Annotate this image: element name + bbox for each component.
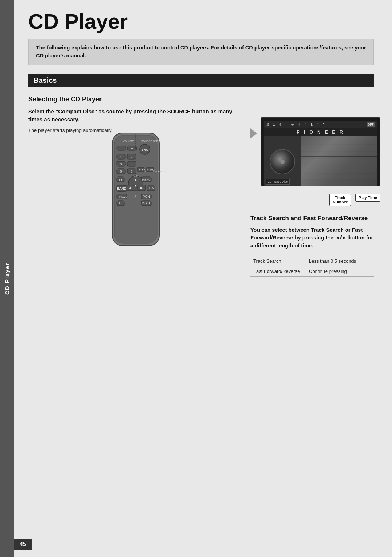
top-section: Selecting the CD Player Select the "Comp… bbox=[28, 96, 374, 277]
table-cell-value: Continue pressing bbox=[306, 266, 374, 276]
svg-text:TY: TY bbox=[119, 178, 123, 181]
shelf-lines bbox=[301, 136, 377, 186]
svg-text:+: + bbox=[131, 146, 133, 150]
track-number-label: Track Number bbox=[329, 194, 351, 206]
svg-text:▲: ▲ bbox=[134, 178, 138, 182]
off-badge: OFF bbox=[367, 122, 375, 127]
page-number: 45 bbox=[14, 539, 32, 550]
right-column: ♫ 1 4 ⊕ 4 ' 1 4 " OFF P I O N E E R bbox=[250, 96, 374, 277]
cd-disc bbox=[270, 149, 295, 174]
svg-text:MENU: MENU bbox=[142, 178, 151, 181]
svg-text:SOURCE OFF: SOURCE OFF bbox=[141, 140, 158, 142]
cd-display: ♫ 1 4 ⊕ 4 ' 1 4 " OFF P I O N E E R bbox=[261, 117, 380, 186]
remote-control-image: VOLUME SOURCE OFF SRC - + bbox=[101, 129, 170, 254]
cd-source-label: Compact Disc bbox=[266, 179, 290, 185]
table-cell-label: Track Search bbox=[250, 256, 306, 266]
play-time-label: Play Time bbox=[355, 194, 380, 202]
svg-text:▼: ▼ bbox=[134, 183, 138, 187]
table-row: Track Search Less than 0.5 seconds bbox=[250, 256, 374, 266]
main-content: CD Player The following explains how to … bbox=[14, 0, 392, 557]
section-header: Basics bbox=[28, 74, 374, 87]
svg-text:◄◄: ◄◄ bbox=[138, 168, 144, 171]
track-search-title: Track Search and Fast Forward/Reverse bbox=[250, 215, 374, 222]
intro-text: The following explains how to use this p… bbox=[36, 45, 366, 58]
svg-text:SRC: SRC bbox=[141, 148, 148, 152]
table-cell-label: Fast Forward/Reverse bbox=[250, 266, 306, 276]
remote-area: VOLUME SOURCE OFF SRC - + bbox=[28, 137, 243, 254]
sidebar-tab: CD Player bbox=[0, 0, 14, 557]
track-search-instruction: You can select between Track Search or F… bbox=[250, 226, 374, 250]
cd-display-inner: ♫ 1 4 ⊕ 4 ' 1 4 " OFF P I O N E E R bbox=[264, 121, 377, 183]
svg-text:PGN: PGN bbox=[143, 195, 150, 198]
pioneer-text: P I O N E E R bbox=[297, 129, 344, 135]
svg-text:3: 3 bbox=[120, 162, 122, 166]
svg-text:TA: TA bbox=[119, 201, 123, 205]
pioneer-bar: P I O N E E R bbox=[264, 128, 377, 136]
svg-text:6: 6 bbox=[131, 170, 132, 173]
svg-text:◄: ◄ bbox=[128, 186, 132, 190]
svg-text:▼: ▼ bbox=[134, 195, 137, 198]
svg-text:RTN: RTN bbox=[148, 186, 154, 190]
section-title: Basics bbox=[33, 76, 57, 84]
cd-rack-visual bbox=[301, 136, 377, 186]
svg-text:►: ► bbox=[140, 186, 144, 190]
play-time-callout: Play Time bbox=[355, 189, 380, 206]
table-cell-value: Less than 0.5 seconds bbox=[306, 256, 374, 266]
sidebar-label: CD Player bbox=[4, 262, 10, 295]
svg-text:2: 2 bbox=[131, 155, 132, 159]
track-search-area: Track Search and Fast Forward/Reverse Yo… bbox=[250, 215, 374, 277]
svg-text:5: 5 bbox=[120, 170, 122, 173]
time-display: ♫ 1 4 ⊕ 4 ' 1 4 " bbox=[266, 122, 326, 127]
track-search-table: Track Search Less than 0.5 seconds Fast … bbox=[250, 256, 374, 277]
track-number-callout: Track Number bbox=[329, 189, 351, 206]
selecting-instruction-bold: Select the "Compact Disc" as source by p… bbox=[28, 108, 243, 124]
svg-text:4: 4 bbox=[131, 162, 132, 166]
cd-main-display: Compact Disc bbox=[264, 136, 377, 186]
flow-arrow bbox=[250, 128, 257, 138]
svg-text:V.SEL: V.SEL bbox=[142, 201, 151, 205]
svg-text:-: - bbox=[121, 147, 122, 150]
left-column: Selecting the CD Player Select the "Comp… bbox=[28, 96, 243, 277]
table-row: Fast Forward/Reverse Continue pressing bbox=[250, 266, 374, 276]
intro-box: The following explains how to use this p… bbox=[28, 39, 374, 65]
svg-text:D.P: D.P bbox=[133, 174, 138, 177]
cd-top-bar: ♫ 1 4 ⊕ 4 ' 1 4 " OFF bbox=[264, 121, 377, 128]
svg-text:►► P.CH: ►► P.CH bbox=[143, 168, 156, 171]
selecting-title: Selecting the CD Player bbox=[28, 96, 243, 103]
svg-text:→ NEWS: → NEWS bbox=[116, 195, 127, 198]
svg-text:1: 1 bbox=[120, 155, 122, 159]
remote-svg: VOLUME SOURCE OFF SRC - + bbox=[101, 129, 170, 253]
svg-text:BAND: BAND bbox=[117, 187, 126, 190]
page-title: CD Player bbox=[28, 11, 374, 32]
callout-area: Track Number Play Time bbox=[261, 189, 380, 206]
cd-left-panel: Compact Disc bbox=[264, 136, 301, 186]
svg-text:VOLUME: VOLUME bbox=[123, 140, 134, 142]
